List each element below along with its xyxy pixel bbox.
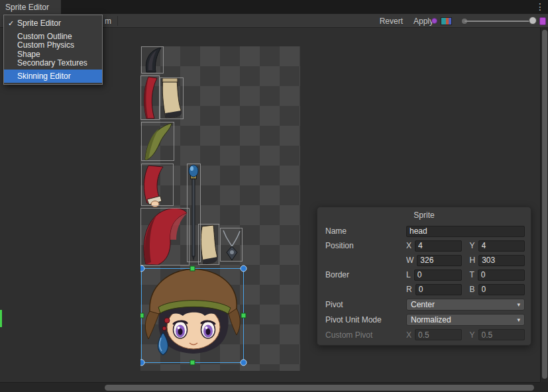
t-label: T xyxy=(470,270,474,279)
position-row-xy: Position X Y xyxy=(317,238,531,253)
vertical-scrollbar[interactable] xyxy=(540,28,548,382)
position-row-wh: W H xyxy=(317,253,531,268)
panel-title: Sprite xyxy=(317,211,531,224)
pivot-dropdown[interactable]: Center ▾ xyxy=(406,299,525,311)
sprite-red-arm[interactable] xyxy=(144,77,157,119)
selection-corner-bottom-right[interactable] xyxy=(241,360,247,366)
trim-button-partial[interactable]: m xyxy=(105,17,111,26)
border-row-rb: R B xyxy=(317,282,531,297)
border-l-input[interactable] xyxy=(414,270,462,281)
menu-item-label: Secondary Textures xyxy=(17,58,87,68)
sprite-inspector-panel: Sprite Name Position X Y xyxy=(317,207,531,346)
sprite-red-sleeve[interactable] xyxy=(144,166,163,207)
sprite-filter-icon[interactable] xyxy=(539,17,546,25)
chevron-down-icon: ▾ xyxy=(517,317,520,323)
l-label: L xyxy=(406,270,411,279)
sprite-canvas-svg xyxy=(140,46,300,371)
pivot-unit-mode-value: Normalized xyxy=(411,315,451,324)
pivot-unit-mode-row: Pivot Unit Mode Normalized ▾ xyxy=(317,312,531,327)
selection-edge-indicator xyxy=(0,310,2,327)
selection-corner-bottom-left[interactable] xyxy=(140,360,144,366)
position-label: Position xyxy=(325,241,406,250)
custom-pivot-row: Custom Pivot X Y xyxy=(317,327,531,342)
position-w-input[interactable] xyxy=(417,255,461,266)
custom-pivot-x-input xyxy=(415,329,461,340)
selection-handle-left[interactable] xyxy=(140,313,144,318)
pivot-label: Pivot xyxy=(325,300,406,309)
y-label: Y xyxy=(470,241,475,250)
custom-pivot-y-input xyxy=(478,329,525,340)
custom-y-label: Y xyxy=(470,330,475,340)
sprite-boot-large[interactable] xyxy=(162,78,182,118)
revert-button[interactable]: Revert xyxy=(380,17,403,26)
selection-handle-top[interactable] xyxy=(190,266,195,271)
rgb-swatch-icon[interactable] xyxy=(441,17,452,25)
custom-pivot-label: Custom Pivot xyxy=(325,330,406,340)
w-label: W xyxy=(406,256,413,265)
pivot-unit-mode-dropdown[interactable]: Normalized ▾ xyxy=(406,314,525,326)
vertical-scrollbar-thumb[interactable] xyxy=(542,30,547,379)
sprite-red-cape[interactable] xyxy=(144,208,187,265)
selection-corner-top-right[interactable] xyxy=(241,266,247,271)
sprite-boot-small[interactable] xyxy=(201,225,217,264)
name-label: Name xyxy=(325,226,406,236)
sprite-amulet[interactable] xyxy=(223,230,240,260)
sprite-editor-mode-menu: ✓ Sprite Editor Custom Outline Custom Ph… xyxy=(3,15,103,85)
scrollbar-corner xyxy=(540,382,548,392)
border-row-lt: Border L T xyxy=(317,268,531,282)
position-y-input[interactable] xyxy=(478,240,525,252)
name-input[interactable] xyxy=(406,226,525,237)
border-b-input[interactable] xyxy=(478,284,525,295)
menu-item-secondary-textures[interactable]: Secondary Textures xyxy=(4,56,102,70)
pivot-value: Center xyxy=(411,300,435,309)
menu-item-label: Skinning Editor xyxy=(17,72,71,81)
checkmark-icon: ✓ xyxy=(8,19,17,28)
custom-x-label: X xyxy=(406,330,411,340)
border-r-input[interactable] xyxy=(415,284,462,295)
sprite-head-selected[interactable] xyxy=(145,269,240,355)
position-x-input[interactable] xyxy=(415,240,461,252)
zoom-slider-knob[interactable] xyxy=(529,17,537,24)
pivot-unit-mode-label: Pivot Unit Mode xyxy=(325,315,406,324)
h-label: H xyxy=(470,256,476,265)
border-t-input[interactable] xyxy=(478,270,525,281)
kebab-menu-icon[interactable]: ⋮ xyxy=(535,1,545,12)
selection-corner-top-left[interactable] xyxy=(140,266,144,271)
name-row: Name xyxy=(317,224,531,238)
border-label: Border xyxy=(325,270,406,279)
sprite-editor-window: Sprite Editor ⋮ m Revert Apply xyxy=(0,0,548,392)
selection-handle-bottom[interactable] xyxy=(190,360,195,365)
selection-handle-right[interactable] xyxy=(241,313,246,318)
menu-item-sprite-editor[interactable]: ✓ Sprite Editor xyxy=(4,17,102,30)
color-channel-icon[interactable] xyxy=(431,18,437,24)
x-label: X xyxy=(406,241,411,250)
menu-item-label: Sprite Editor xyxy=(17,19,61,28)
pivot-row: Pivot Center ▾ xyxy=(317,297,531,312)
menu-item-label: Custom Outline xyxy=(17,32,72,41)
zoom-slider-track[interactable] xyxy=(465,21,536,22)
menu-item-custom-physics-shape[interactable]: Custom Physics Shape xyxy=(4,43,102,56)
sprite-hat-fragment[interactable] xyxy=(146,48,161,72)
window-tab-strip: Sprite Editor ⋮ xyxy=(0,0,548,14)
chevron-down-icon: ▾ xyxy=(517,301,520,308)
menu-item-label: Custom Physics Shape xyxy=(17,40,97,59)
position-h-input[interactable] xyxy=(478,255,525,266)
horizontal-scrollbar-thumb[interactable] xyxy=(105,385,534,391)
sprite-editor-tab[interactable]: Sprite Editor xyxy=(0,0,61,14)
b-label: B xyxy=(470,285,475,294)
sprite-staff[interactable] xyxy=(189,165,198,261)
apply-button[interactable]: Apply xyxy=(413,17,433,26)
sprite-green-scarf[interactable] xyxy=(145,123,172,160)
menu-item-skinning-editor[interactable]: Skinning Editor xyxy=(4,70,102,83)
horizontal-scrollbar[interactable] xyxy=(0,382,540,392)
r-label: R xyxy=(406,285,412,294)
toolbar-separator xyxy=(117,16,118,26)
